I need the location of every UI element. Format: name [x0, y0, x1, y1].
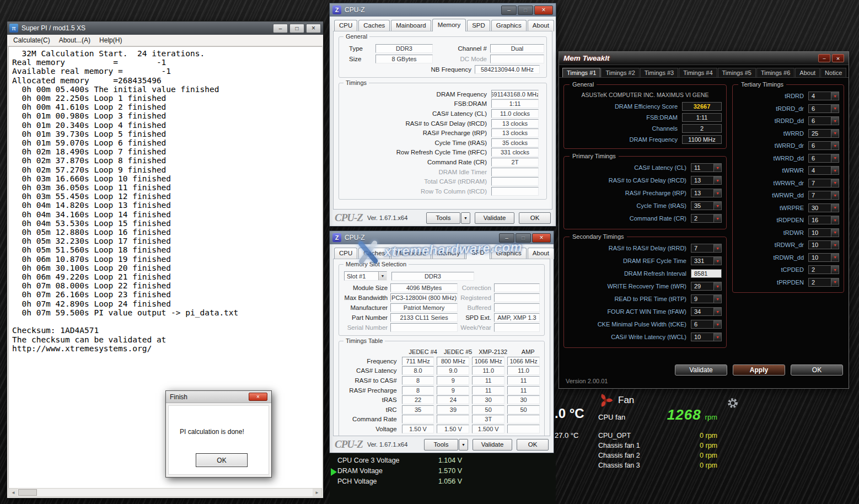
dropdown-arrow-icon[interactable]	[713, 333, 721, 341]
dropdown-arrow-icon[interactable]	[713, 164, 721, 171]
scroll-left-arrow-icon[interactable]	[9, 489, 18, 496]
dropdown-arrow-icon[interactable]	[831, 191, 839, 199]
minimize-button[interactable]	[273, 24, 288, 33]
superpi-titlebar[interactable]: π Super PI / mod1.5 XS	[7, 22, 323, 35]
menu-item[interactable]: About...(A)	[55, 35, 95, 45]
ok-button[interactable]: OK	[519, 212, 551, 224]
timing-select[interactable]: 11	[691, 163, 722, 172]
slot-select-dropdown[interactable]: Slot #1	[344, 271, 387, 281]
timing-select[interactable]: 9	[691, 294, 722, 303]
dropdown-arrow-icon[interactable]	[831, 229, 839, 237]
dropdown-arrow-icon[interactable]	[831, 154, 839, 162]
timing-select[interactable]: 34	[691, 307, 722, 316]
tools-button[interactable]: Tools	[426, 212, 460, 224]
settings-gear-icon[interactable]	[727, 397, 739, 411]
dropdown-arrow-icon[interactable]	[831, 278, 839, 286]
apply-button[interactable]: Apply	[733, 364, 785, 376]
cpuz-tab[interactable]: Graphics	[491, 248, 527, 259]
minimize-button[interactable]	[501, 6, 517, 15]
close-button[interactable]	[532, 233, 551, 243]
dropdown-arrow-icon[interactable]	[831, 105, 839, 112]
close-button[interactable]	[534, 6, 553, 15]
timing-select[interactable]: 2	[808, 265, 839, 274]
minimize-button[interactable]	[818, 54, 830, 62]
cpuz-tab[interactable]: CPU	[334, 20, 357, 31]
memtweakit-tab[interactable]: Timings #1	[562, 68, 600, 78]
memtweakit-tab[interactable]: Timings #6	[756, 68, 794, 78]
timing-select[interactable]: 10	[808, 253, 839, 262]
dropdown-arrow-icon[interactable]	[713, 244, 721, 252]
cpuz-titlebar[interactable]: Z CPU-Z	[330, 3, 556, 17]
dropdown-arrow-icon[interactable]	[713, 295, 721, 303]
timing-select[interactable]: 2	[691, 214, 722, 223]
cpuz-tab[interactable]: Graphics	[491, 20, 527, 31]
ok-button[interactable]: OK	[196, 453, 248, 467]
cpuz-tab[interactable]: Memory	[432, 248, 465, 259]
timing-select[interactable]: 6	[808, 116, 839, 125]
dropdown-arrow-icon[interactable]	[713, 308, 721, 315]
menu-item[interactable]: Calculate(C)	[9, 35, 55, 45]
timing-select[interactable]: 6	[808, 141, 839, 150]
cpuz-tab[interactable]: Caches	[358, 248, 390, 259]
memtweakit-tab[interactable]: About	[795, 68, 820, 78]
cpuz-tab[interactable]: SPD	[467, 20, 490, 31]
timing-select[interactable]: 7	[808, 179, 839, 187]
timing-select[interactable]: 4	[808, 92, 839, 100]
dropdown-arrow-icon[interactable]	[831, 254, 839, 261]
timing-select[interactable]: 331	[691, 256, 722, 265]
horizontal-scrollbar[interactable]	[8, 488, 322, 497]
maximize-button[interactable]	[289, 24, 304, 33]
timing-select[interactable]: 8581	[691, 269, 722, 278]
timing-select[interactable]: 4	[808, 166, 839, 175]
cpuz-tab[interactable]: Mainboard	[391, 248, 431, 259]
cpuz-tab[interactable]: CPU	[334, 248, 357, 259]
cpuz-tab[interactable]: SPD	[466, 246, 490, 259]
timing-select[interactable]: 7	[808, 191, 839, 200]
finish-titlebar[interactable]: Finish	[166, 391, 271, 403]
dropdown-arrow-icon[interactable]	[378, 272, 386, 280]
ok-button[interactable]: OK	[517, 439, 549, 451]
dropdown-arrow-icon[interactable]	[713, 320, 721, 328]
memtweakit-tab[interactable]: Timings #3	[640, 68, 678, 78]
ok-button[interactable]: OK	[791, 364, 843, 376]
memtweakit-tab[interactable]: Timings #5	[718, 68, 756, 78]
cpuz-tab[interactable]: Memory	[432, 19, 466, 31]
tools-dropdown-arrow[interactable]	[461, 212, 470, 224]
dropdown-arrow-icon[interactable]	[831, 142, 839, 149]
cpuz-titlebar[interactable]: Z CPU-Z	[330, 231, 554, 244]
timing-select[interactable]: 10	[808, 228, 839, 237]
memtweakit-tab[interactable]: Notice	[820, 68, 846, 78]
close-button[interactable]	[249, 393, 267, 401]
timing-select[interactable]: 10	[691, 333, 722, 341]
validate-button[interactable]: Validate	[675, 364, 727, 376]
dropdown-arrow-icon[interactable]	[831, 167, 839, 174]
dropdown-arrow-icon[interactable]	[831, 216, 839, 224]
scrollbar-thumb[interactable]	[18, 489, 37, 496]
dropdown-arrow-icon[interactable]	[713, 215, 721, 222]
dropdown-arrow-icon[interactable]	[831, 179, 839, 187]
scroll-right-arrow-icon[interactable]	[313, 489, 321, 496]
dropdown-arrow-icon[interactable]	[831, 204, 839, 212]
dropdown-arrow-icon[interactable]	[713, 257, 721, 265]
dropdown-arrow-icon[interactable]	[713, 176, 721, 184]
dropdown-arrow-icon[interactable]	[831, 241, 839, 249]
timing-select[interactable]: 13	[691, 176, 722, 185]
dropdown-arrow-icon[interactable]	[713, 189, 721, 197]
close-button[interactable]	[832, 54, 844, 62]
dropdown-arrow-icon[interactable]	[713, 282, 721, 290]
validate-button[interactable]: Validate	[475, 212, 514, 224]
dropdown-arrow-icon[interactable]	[831, 266, 839, 274]
memtweakit-tab[interactable]: Timings #4	[679, 68, 717, 78]
timing-select[interactable]: 6	[691, 320, 722, 329]
timing-select[interactable]: 35	[691, 201, 722, 210]
cpuz-tab[interactable]: Caches	[358, 20, 390, 31]
timing-select[interactable]: 2	[808, 278, 839, 287]
timing-select[interactable]: 29	[691, 282, 722, 291]
timing-select[interactable]: 10	[808, 240, 839, 249]
validate-button[interactable]: Validate	[473, 439, 512, 451]
dropdown-arrow-icon[interactable]	[831, 130, 839, 137]
dropdown-arrow-icon[interactable]	[831, 92, 839, 100]
timing-select[interactable]: 6	[808, 154, 839, 163]
timing-select[interactable]: 7	[691, 244, 722, 253]
timing-select[interactable]: 13	[691, 189, 722, 197]
